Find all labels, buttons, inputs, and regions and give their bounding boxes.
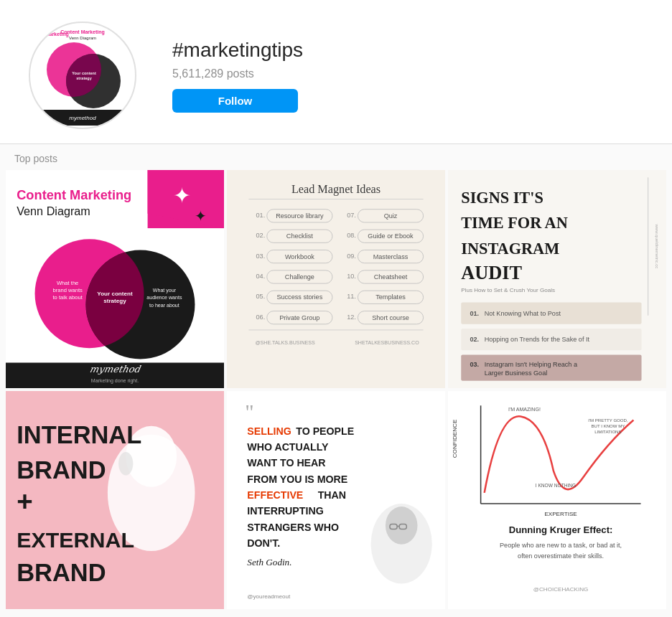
svg-text:Masterclass: Masterclass bbox=[373, 253, 409, 260]
svg-text:Hopping on Trends for the Sake: Hopping on Trends for the Sake of It bbox=[485, 336, 590, 343]
svg-text:BRAND: BRAND bbox=[17, 559, 106, 586]
svg-text:01.: 01. bbox=[256, 212, 266, 219]
svg-text:What the: What the bbox=[57, 280, 78, 286]
section-header: Top posts bbox=[0, 144, 672, 170]
svg-text:08.: 08. bbox=[347, 232, 356, 239]
svg-text:10.: 10. bbox=[347, 273, 356, 280]
svg-text:DON'T.: DON'T. bbox=[247, 537, 280, 549]
svg-text:BRAND: BRAND bbox=[17, 456, 106, 484]
svg-text:Plus How to Set & Crush Your G: Plus How to Set & Crush Your Goals bbox=[461, 287, 555, 293]
svg-text:Venn Diagram: Venn Diagram bbox=[69, 36, 96, 40]
svg-text:TIME FOR AN: TIME FOR AN bbox=[461, 214, 568, 232]
svg-text:Content Marketing: Content Marketing bbox=[60, 29, 104, 35]
svg-text:INSTAGRAM: INSTAGRAM bbox=[461, 240, 559, 258]
grid-item-post6[interactable]: CONFIDENCE EXPERTISE I'M AMAZING! I'M PR… bbox=[448, 391, 666, 609]
grid-item-post1[interactable]: ✦ ✦ Content Marketing Venn Diagram What … bbox=[6, 170, 224, 388]
svg-text:AUDIT: AUDIT bbox=[461, 263, 522, 283]
svg-text:Your content: Your content bbox=[97, 291, 133, 297]
svg-text:I KNOW NOTHING: I KNOW NOTHING bbox=[536, 483, 576, 488]
grid-item-post4[interactable]: INTERNAL BRAND + EXTERNAL BRAND bbox=[6, 391, 224, 609]
svg-text:I'M PRETTY GOOD,: I'M PRETTY GOOD, bbox=[588, 418, 628, 423]
svg-text:to hear about: to hear about bbox=[149, 303, 179, 308]
svg-text:Resource library: Resource library bbox=[276, 212, 324, 220]
top-posts-label: Top posts bbox=[6, 144, 666, 170]
header: Your content strategy Content Marketing … bbox=[0, 0, 672, 143]
svg-text:TO PEOPLE: TO PEOPLE bbox=[296, 425, 354, 437]
svg-text:mymethod: mymethod bbox=[69, 115, 96, 121]
svg-text:STRANGERS WHO: STRANGERS WHO bbox=[247, 522, 339, 533]
svg-text:SELLING: SELLING bbox=[247, 425, 291, 437]
svg-text:Success stories: Success stories bbox=[276, 293, 322, 301]
svg-text:often overestimate their skill: often overestimate their skills. bbox=[518, 552, 604, 560]
svg-text:Lead Magnet Ideas: Lead Magnet Ideas bbox=[291, 183, 381, 196]
avatar: Your content strategy Content Marketing … bbox=[29, 22, 136, 129]
svg-text:FROM YOU IS MORE: FROM YOU IS MORE bbox=[247, 474, 347, 485]
svg-text:✦: ✦ bbox=[195, 208, 207, 224]
svg-text:Cheatsheet: Cheatsheet bbox=[374, 273, 408, 281]
svg-text:EFFECTIVE: EFFECTIVE bbox=[247, 489, 303, 501]
svg-text:": " bbox=[245, 400, 253, 424]
svg-text:✦: ✦ bbox=[173, 183, 191, 207]
svg-text:Workbook: Workbook bbox=[285, 253, 314, 260]
svg-text:www.queldinemetric.cc: www.queldinemetric.cc bbox=[655, 223, 660, 268]
grid-item-post2[interactable]: Lead Magnet Ideas 01. Resource library 0… bbox=[227, 170, 445, 388]
svg-text:SIGNS IT'S: SIGNS IT'S bbox=[461, 189, 543, 207]
svg-text:Content Marketing: Content Marketing bbox=[17, 187, 131, 202]
svg-text:02.: 02. bbox=[470, 336, 479, 343]
svg-text:I'M AMAZING!: I'M AMAZING! bbox=[508, 407, 541, 413]
svg-text:EXTERNAL: EXTERNAL bbox=[17, 527, 134, 552]
profile-info: #marketingtips 5,611,289 posts Follow bbox=[172, 39, 303, 113]
svg-text:People who are new to a task, : People who are new to a task, or bad at … bbox=[500, 542, 622, 549]
svg-text:Challenge: Challenge bbox=[285, 273, 314, 281]
svg-text:Not Knowing What to Post: Not Knowing What to Post bbox=[485, 310, 561, 317]
svg-text:brand wants: brand wants bbox=[52, 287, 83, 293]
svg-text:LIMITATIONS: LIMITATIONS bbox=[594, 429, 621, 434]
svg-text:04.: 04. bbox=[256, 273, 266, 280]
svg-text:06.: 06. bbox=[256, 314, 266, 321]
svg-text:Private Group: Private Group bbox=[279, 314, 319, 321]
svg-text:Larger Business Goal: Larger Business Goal bbox=[485, 369, 548, 377]
svg-text:INTERRUPTING: INTERRUPTING bbox=[247, 505, 323, 517]
svg-text:07.: 07. bbox=[347, 212, 356, 219]
svg-text:09.: 09. bbox=[347, 253, 356, 260]
svg-text:Short course: Short course bbox=[372, 314, 409, 321]
svg-text:@youreadmeout: @youreadmeout bbox=[247, 593, 291, 600]
follow-button[interactable]: Follow bbox=[172, 89, 298, 113]
svg-text:BUT I KNOW MY: BUT I KNOW MY bbox=[592, 423, 625, 428]
svg-text:12.: 12. bbox=[347, 314, 356, 321]
svg-text:Quiz: Quiz bbox=[384, 212, 398, 220]
grid-item-post3[interactable]: www.queldinemetric.cc SIGNS IT'S TIME FO… bbox=[448, 170, 666, 388]
svg-text:02.: 02. bbox=[256, 232, 266, 239]
svg-text:Your content: Your content bbox=[72, 71, 96, 75]
svg-text:Checklist: Checklist bbox=[286, 232, 313, 240]
svg-text:05.: 05. bbox=[256, 293, 266, 300]
svg-text:CONFIDENCE: CONFIDENCE bbox=[452, 419, 458, 458]
svg-text:03.: 03. bbox=[256, 253, 266, 260]
svg-text:Guide or Ebook: Guide or Ebook bbox=[368, 232, 414, 240]
svg-text:WHO ACTUALLY: WHO ACTUALLY bbox=[247, 441, 329, 453]
svg-text:strategy: strategy bbox=[103, 298, 126, 304]
svg-text:audience wants: audience wants bbox=[146, 295, 182, 301]
svg-text:Instagram Isn't Helping Reach : Instagram Isn't Helping Reach a bbox=[485, 361, 578, 368]
svg-text:What your: What your bbox=[153, 288, 177, 293]
svg-text:Marketing done right.: Marketing done right. bbox=[91, 378, 139, 384]
svg-text:11.: 11. bbox=[347, 293, 356, 300]
svg-text:SHETALKESBUSINESS.CO: SHETALKESBUSINESS.CO bbox=[355, 340, 419, 346]
svg-text:strategy: strategy bbox=[76, 76, 92, 80]
svg-text:THAN: THAN bbox=[318, 489, 346, 501]
svg-text:EXPERTISE: EXPERTISE bbox=[544, 511, 577, 517]
posts-grid: ✦ ✦ Content Marketing Venn Diagram What … bbox=[6, 170, 666, 609]
svg-text:03.: 03. bbox=[470, 361, 479, 368]
svg-text:Venn Diagram: Venn Diagram bbox=[17, 204, 90, 217]
posts-grid-section: ✦ ✦ Content Marketing Venn Diagram What … bbox=[0, 170, 672, 615]
hashtag-title: #marketingtips bbox=[172, 39, 303, 62]
svg-text:Dunning Kruger Effect:: Dunning Kruger Effect: bbox=[509, 524, 613, 535]
svg-point-97 bbox=[118, 452, 133, 475]
svg-text:WANT TO HEAR: WANT TO HEAR bbox=[247, 457, 325, 468]
svg-text:𝑚𝑦𝑚𝑒𝑡ℎ𝑜𝑑: 𝑚𝑦𝑚𝑒𝑡ℎ𝑜𝑑 bbox=[90, 364, 142, 375]
svg-text:Seth Godin.: Seth Godin. bbox=[247, 557, 291, 567]
grid-item-post5[interactable]: " SELLING TO PEOPLE WHO ACTUALLY WANT TO… bbox=[227, 391, 445, 609]
svg-text:@CHOICEHACKING: @CHOICEHACKING bbox=[533, 586, 589, 593]
svg-text:@SHE.TALKS.BUSINESS: @SHE.TALKS.BUSINESS bbox=[255, 340, 315, 346]
svg-text:to talk about: to talk about bbox=[52, 294, 83, 301]
